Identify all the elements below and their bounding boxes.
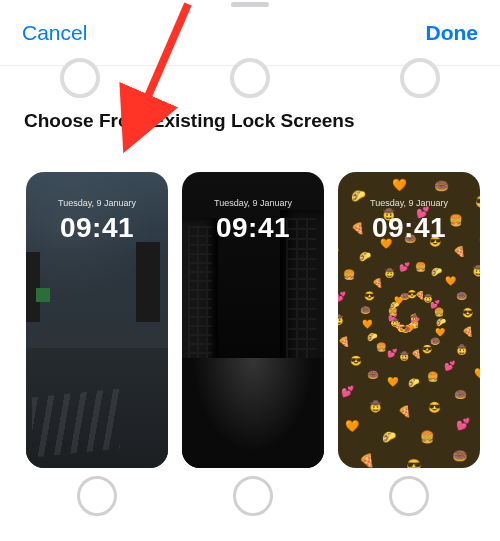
lock-screen-thumbnail-2[interactable]: Tuesday, 9 January 09:41 (182, 172, 324, 468)
navbar: Cancel Done (0, 0, 500, 66)
cancel-button[interactable]: Cancel (22, 21, 87, 45)
lock-screen-picker-sheet: Cancel Done Choose From Existing Lock Sc… (0, 0, 500, 541)
lock-time: 09:41 (338, 212, 480, 244)
lock-screen-thumbnails: Tuesday, 9 January 09:41 Tuesday, 9 Janu… (26, 172, 480, 468)
lock-time: 09:41 (182, 212, 324, 244)
radio-2[interactable] (233, 476, 273, 516)
selection-radios (26, 476, 480, 516)
lock-screen-thumbnail-1[interactable]: Tuesday, 9 January 09:41 (26, 172, 168, 468)
lock-screen-thumbnail-3[interactable]: 🍕🤠💕🍔🌮🧡🍩😎🍕🤠💕🍔🌮🧡🍩😎🍕🤠💕🍔🌮🧡🍩😎🍕🤠💕🍔🌮🧡🍩😎🍕🤠💕🍔🌮🧡🍩😎… (338, 172, 480, 468)
lock-date: Tuesday, 9 January (338, 198, 480, 208)
radio-1[interactable] (77, 476, 117, 516)
radio-3[interactable] (389, 476, 429, 516)
lock-time: 09:41 (26, 212, 168, 244)
lock-date: Tuesday, 9 January (26, 198, 168, 208)
section-title: Choose From Existing Lock Screens (24, 110, 354, 132)
lock-date: Tuesday, 9 January (182, 198, 324, 208)
done-button[interactable]: Done (426, 21, 479, 45)
